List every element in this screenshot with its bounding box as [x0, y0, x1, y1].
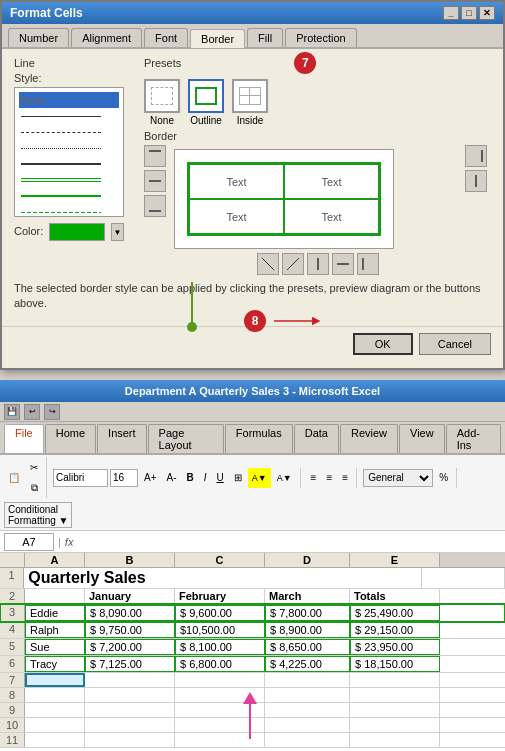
border-left-side-button[interactable] [357, 253, 379, 275]
tab-insert[interactable]: Insert [97, 424, 147, 453]
line-dashdot-option[interactable] [19, 204, 119, 217]
italic-button[interactable]: I [200, 468, 211, 488]
grid-cell[interactable] [25, 589, 85, 603]
border-diag-up-button[interactable] [282, 253, 304, 275]
border-middle-h-button[interactable] [144, 170, 166, 192]
col-header-d[interactable]: D [265, 553, 350, 567]
grid-cell[interactable] [350, 718, 440, 732]
save-icon[interactable]: 💾 [4, 404, 20, 420]
grid-cell[interactable] [25, 688, 85, 702]
grid-cell[interactable]: $ 7,125.00 [85, 656, 175, 672]
grid-cell[interactable]: $ 18,150.00 [350, 656, 440, 672]
grid-cell[interactable] [265, 703, 350, 717]
preset-outline-button[interactable]: Outline [188, 79, 224, 126]
color-swatch[interactable] [49, 223, 105, 241]
copy-button[interactable]: ⧉ [26, 478, 42, 498]
line-none-option[interactable]: None [19, 92, 119, 108]
grid-cell[interactable]: $ 23,950.00 [350, 639, 440, 655]
col-totals-header[interactable]: Totals [350, 589, 440, 603]
col-header-c[interactable]: C [175, 553, 265, 567]
title-cell[interactable]: Quarterly Sales [24, 568, 335, 588]
decrease-font-button[interactable]: A- [163, 468, 181, 488]
grid-cell[interactable]: $10,500.00 [175, 622, 265, 638]
grid-cell[interactable] [350, 673, 440, 687]
grid-cell[interactable] [350, 733, 440, 747]
grid-cell[interactable]: $ 6,800.00 [175, 656, 265, 672]
grid-cell[interactable]: $ 9,750.00 [85, 622, 175, 638]
ok-button[interactable]: OK [353, 333, 413, 355]
col-header-e[interactable]: E [350, 553, 440, 567]
tab-home[interactable]: Home [45, 424, 96, 453]
font-color-button[interactable]: A▼ [273, 468, 296, 488]
align-left-button[interactable]: ≡ [307, 468, 321, 488]
grid-cell[interactable]: Tracy [25, 656, 85, 672]
col-feb-header[interactable]: February [175, 589, 265, 603]
tab-alignment[interactable]: Alignment [71, 28, 142, 47]
tab-fill[interactable]: Fill [247, 28, 283, 47]
font-size-input[interactable] [110, 469, 138, 487]
line-double-option[interactable] [19, 172, 119, 188]
tab-protection[interactable]: Protection [285, 28, 357, 47]
tab-addins[interactable]: Add-Ins [446, 424, 501, 453]
grid-cell[interactable] [85, 733, 175, 747]
undo-icon[interactable]: ↩ [24, 404, 40, 420]
col-header-b[interactable]: B [85, 553, 175, 567]
grid-cell[interactable] [85, 718, 175, 732]
redo-icon[interactable]: ↪ [44, 404, 60, 420]
border-right-side-button[interactable] [465, 145, 487, 167]
tab-file[interactable]: File [4, 424, 44, 453]
border-middle-v-button[interactable] [465, 170, 487, 192]
grid-cell[interactable]: $ 7,200.00 [85, 639, 175, 655]
grid-cell[interactable] [350, 703, 440, 717]
close-button[interactable]: ✕ [479, 6, 495, 20]
preset-inside-button[interactable]: Inside [232, 79, 268, 126]
line-style-list[interactable]: None [14, 87, 124, 217]
grid-cell[interactable] [350, 688, 440, 702]
minimize-button[interactable]: _ [443, 6, 459, 20]
tab-page-layout[interactable]: Page Layout [148, 424, 224, 453]
selected-cell-a7[interactable] [25, 673, 85, 687]
grid-cell[interactable]: $ 25,490.00 [350, 605, 440, 621]
line-dotted-option[interactable] [19, 140, 119, 156]
align-center-button[interactable]: ≡ [322, 468, 336, 488]
cut-button[interactable]: ✂ [26, 457, 42, 477]
grid-cell[interactable]: $ 8,090.00 [85, 605, 175, 621]
border-top-button[interactable] [144, 145, 166, 167]
grid-cell[interactable] [265, 718, 350, 732]
grid-cell[interactable] [25, 718, 85, 732]
border-preview-area[interactable]: Text Text Text Text [174, 149, 394, 249]
cancel-button[interactable]: Cancel [419, 333, 491, 355]
align-right-button[interactable]: ≡ [338, 468, 352, 488]
color-dropdown-button[interactable]: ▼ [111, 223, 124, 241]
line-solid-option[interactable] [19, 108, 119, 124]
tab-formulas[interactable]: Formulas [225, 424, 293, 453]
increase-font-button[interactable]: A+ [140, 468, 161, 488]
percent-button[interactable]: % [435, 468, 452, 488]
tab-review[interactable]: Review [340, 424, 398, 453]
border-bottom-button[interactable] [144, 195, 166, 217]
tab-view[interactable]: View [399, 424, 445, 453]
number-format-select[interactable]: General [363, 469, 433, 487]
underline-button[interactable]: U [213, 468, 228, 488]
grid-cell[interactable]: $ 9,600.00 [175, 605, 265, 621]
grid-cell[interactable] [265, 733, 350, 747]
border-vertical-middle-button[interactable] [307, 253, 329, 275]
grid-cell[interactable] [25, 733, 85, 747]
cell-reference-input[interactable] [4, 533, 54, 551]
line-heavy-option[interactable] [19, 188, 119, 204]
formula-input[interactable] [77, 533, 501, 551]
line-thick-option[interactable] [19, 156, 119, 172]
grid-cell[interactable] [175, 673, 265, 687]
col-jan-header[interactable]: January [85, 589, 175, 603]
bold-button[interactable]: B [183, 468, 198, 488]
grid-cell[interactable]: Ralph [25, 622, 85, 638]
grid-cell[interactable] [265, 673, 350, 687]
grid-cell[interactable]: $ 8,100.00 [175, 639, 265, 655]
grid-cell[interactable]: Eddie [25, 605, 85, 621]
paste-button[interactable]: 📋 [4, 468, 24, 488]
border-button[interactable]: ⊞ [230, 468, 246, 488]
tab-data[interactable]: Data [294, 424, 339, 453]
grid-cell[interactable]: $ 8,900.00 [265, 622, 350, 638]
conditional-formatting-button[interactable]: ConditionalFormatting ▼ [4, 502, 72, 528]
grid-cell[interactable] [85, 703, 175, 717]
